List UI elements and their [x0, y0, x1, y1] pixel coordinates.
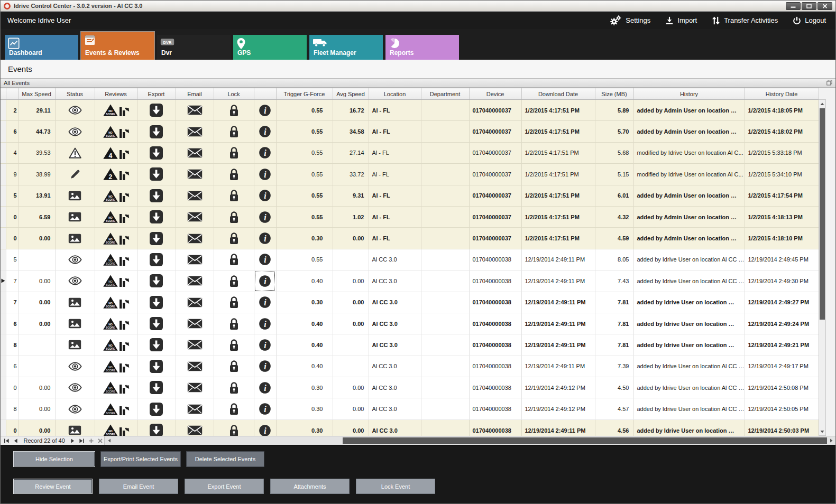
cell-export[interactable]: [137, 249, 176, 270]
lock-icon[interactable]: [229, 359, 239, 373]
cell-reviews[interactable]: 2: [95, 164, 137, 185]
cell-export[interactable]: [137, 334, 176, 356]
export-icon[interactable]: [149, 295, 163, 310]
cell-reviews[interactable]: NOSCORE: [95, 206, 137, 227]
table-row[interactable]: 5NOSCOREi0.55Al CC 3.001704000003812/19/…: [1, 249, 819, 270]
cell-export[interactable]: [137, 270, 176, 292]
lock-icon[interactable]: [229, 167, 239, 181]
email-icon[interactable]: [187, 105, 203, 115]
cell-info[interactable]: i: [254, 249, 276, 270]
email-icon[interactable]: [187, 169, 203, 179]
cell-reviews[interactable]: NOSCORE: [95, 228, 137, 249]
tab-events-reviews[interactable]: Events & Reviews: [81, 32, 154, 60]
email-icon[interactable]: [187, 425, 203, 435]
cell-lock[interactable]: [214, 334, 254, 356]
tab-fleet-manager[interactable]: Fleet Manager: [309, 35, 383, 60]
cell-info[interactable]: i: [254, 206, 276, 227]
horizontal-scrollbar[interactable]: [104, 436, 835, 445]
close-button[interactable]: [817, 2, 832, 10]
table-row[interactable]: 938.992i0.5533.72Al - FL0170400000371/2/…: [1, 164, 819, 185]
lock-icon[interactable]: [229, 274, 239, 288]
cell-info[interactable]: i: [254, 334, 276, 356]
cell-reviews[interactable]: 4: [95, 142, 137, 163]
cell-export[interactable]: [137, 121, 176, 142]
cell-export[interactable]: [137, 377, 176, 398]
lock-icon[interactable]: [229, 295, 239, 309]
nav-prev-button[interactable]: [12, 437, 20, 444]
cell-info[interactable]: i: [254, 377, 276, 398]
cell-lock[interactable]: [214, 206, 254, 227]
cell-lock[interactable]: [214, 249, 254, 270]
cell-reviews[interactable]: NOSCORE: [95, 249, 137, 270]
cell-export[interactable]: [137, 313, 176, 334]
cell-reviews[interactable]: NOSCORE: [95, 121, 137, 142]
info-icon[interactable]: i: [259, 360, 271, 372]
export-icon[interactable]: [149, 231, 163, 246]
cell-email[interactable]: [176, 164, 214, 185]
export-icon[interactable]: [149, 274, 163, 288]
info-icon[interactable]: i: [259, 253, 271, 266]
email-icon[interactable]: [187, 382, 203, 393]
cell-info[interactable]: i: [254, 356, 276, 377]
import-button[interactable]: Import: [665, 16, 697, 25]
cell-reviews[interactable]: NOSCORE: [95, 398, 137, 419]
cell-export[interactable]: [137, 185, 176, 206]
column-header-location[interactable]: Location: [369, 88, 421, 100]
settings-button[interactable]: Settings: [609, 15, 650, 26]
info-icon[interactable]: i: [259, 189, 271, 202]
export-icon[interactable]: [149, 103, 163, 117]
cell-lock[interactable]: [214, 100, 254, 121]
cell-email[interactable]: [176, 206, 214, 227]
cell-lock[interactable]: [214, 228, 254, 249]
info-icon[interactable]: i: [259, 403, 271, 415]
column-header-download-date[interactable]: Download Date: [521, 88, 595, 100]
logout-button[interactable]: Logout: [793, 16, 826, 25]
email-event-button[interactable]: Email Event: [99, 479, 178, 494]
column-header-history[interactable]: History: [633, 88, 745, 100]
export-icon[interactable]: [149, 338, 163, 352]
export-icon[interactable]: [149, 316, 163, 331]
info-icon[interactable]: i: [259, 296, 271, 309]
info-icon[interactable]: i: [259, 232, 271, 245]
hide-selection-button[interactable]: Hide Selection: [13, 451, 95, 467]
export-icon[interactable]: [149, 210, 163, 224]
cell-export[interactable]: [137, 206, 176, 227]
nav-delete-button[interactable]: [96, 437, 104, 444]
info-icon[interactable]: i: [259, 104, 271, 117]
cell-reviews[interactable]: NOSCORE: [95, 270, 137, 292]
delete-selected-events-button[interactable]: Delete Selected Events: [186, 451, 264, 467]
email-icon[interactable]: [187, 404, 203, 414]
export-event-button[interactable]: Export Event: [185, 479, 264, 494]
maximize-button[interactable]: [802, 2, 816, 10]
cell-lock[interactable]: [214, 142, 254, 163]
cell-export[interactable]: [137, 419, 176, 436]
export-icon[interactable]: [149, 380, 163, 395]
column-header-status[interactable]: Status: [55, 88, 95, 100]
cell-email[interactable]: [176, 419, 214, 436]
cell-reviews[interactable]: NOSCORE: [95, 185, 137, 206]
table-row[interactable]: 00.00NOSCOREi0.300.00Al CC 3.00170400000…: [1, 377, 819, 398]
table-row[interactable]: 70.00NOSCOREi0.400.00Al CC 3.00170400000…: [1, 270, 819, 292]
cell-export[interactable]: [137, 100, 176, 121]
cell-email[interactable]: [176, 398, 214, 419]
lock-icon[interactable]: [229, 210, 239, 224]
info-icon[interactable]: i: [259, 146, 271, 159]
panel-float-icon[interactable]: [826, 80, 832, 87]
cell-email[interactable]: [176, 121, 214, 142]
cell-email[interactable]: [176, 142, 214, 163]
lock-icon[interactable]: [229, 231, 239, 245]
column-header-lock[interactable]: Lock: [214, 88, 254, 100]
cell-export[interactable]: [137, 228, 176, 249]
lock-icon[interactable]: [229, 146, 239, 160]
table-row[interactable]: 439.534i0.5527.14Al - FL0170400000371/2/…: [1, 142, 819, 163]
cell-export[interactable]: [137, 356, 176, 377]
column-header-reviews[interactable]: Reviews: [95, 88, 137, 100]
cell-lock[interactable]: [214, 356, 254, 377]
cell-email[interactable]: [176, 356, 214, 377]
vertical-scrollbar[interactable]: [819, 99, 826, 436]
email-icon[interactable]: [187, 361, 203, 371]
nav-next-button[interactable]: [69, 437, 77, 444]
lock-icon[interactable]: [229, 253, 239, 266]
column-header-export[interactable]: Export: [137, 88, 176, 100]
lock-event-button[interactable]: Lock Event: [356, 479, 435, 494]
